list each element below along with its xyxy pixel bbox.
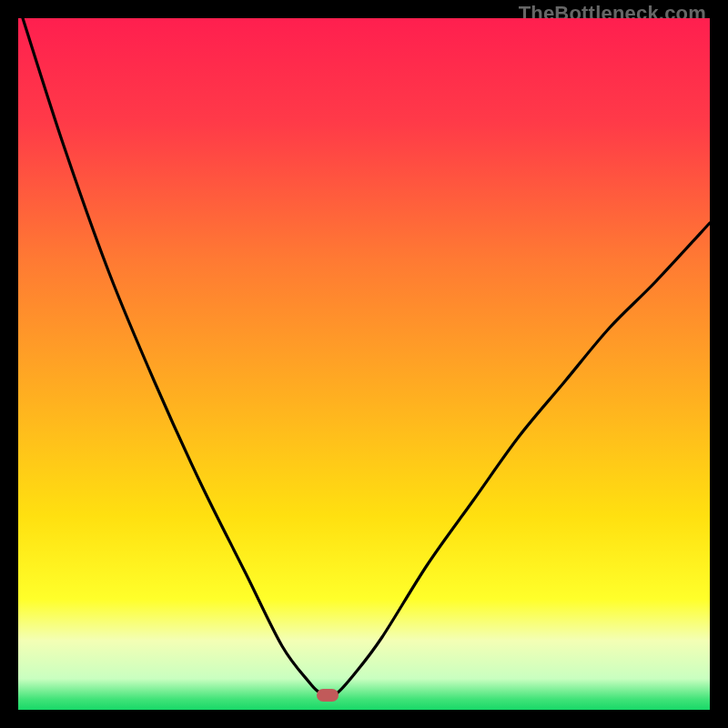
optimal-point-marker xyxy=(317,689,339,702)
chart-frame: TheBottleneck.com xyxy=(0,0,728,728)
bottleneck-curve xyxy=(18,18,710,710)
plot-area xyxy=(18,18,710,710)
